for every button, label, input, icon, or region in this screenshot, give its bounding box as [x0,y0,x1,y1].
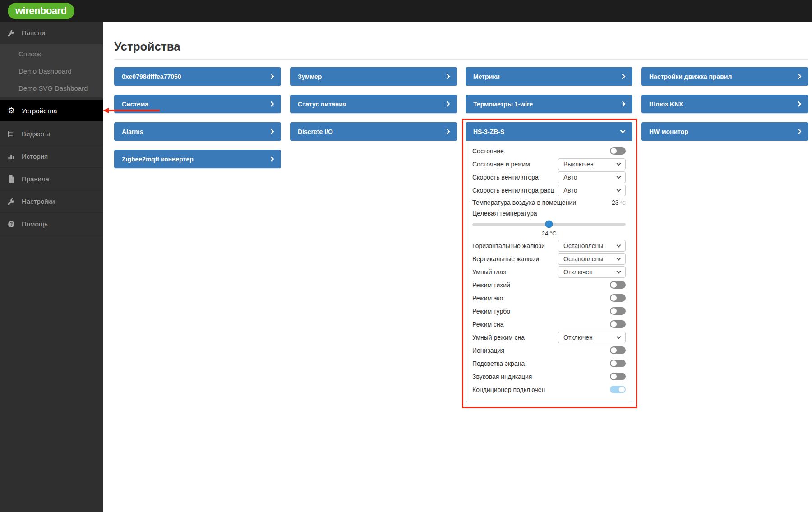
dropdown[interactable]: Авто [558,185,626,196]
device-button-buzzer[interactable]: Зуммер [290,67,457,86]
device-button-label: 0xe0798dfffea77050 [122,73,181,80]
dropdown-value: Остановлены [563,242,603,249]
control-label: Целевая температура [472,210,622,217]
device-button-rule-engine-settings[interactable]: Настройки движка правил [641,67,808,86]
sidebar-item-widgets[interactable]: Виджеты [0,123,103,145]
control-label: Скорость вентилятора расш [472,187,554,194]
sidebar-item-rules[interactable]: Правила [0,168,103,190]
toggle-switch[interactable] [610,373,626,380]
device-button-alarms[interactable]: Alarms [114,122,281,141]
toggle-switch[interactable] [610,360,626,367]
control-row: Состояние и режим Выключен [472,157,626,171]
sidebar-item-demo-dashboard[interactable]: Demo Dashboard [0,62,103,79]
device-button-system[interactable]: Система [114,95,281,113]
device-button-label: Discrete I/O [298,128,333,135]
control-row: Состояние [472,144,626,157]
toggle-switch[interactable] [610,281,626,289]
dropdown-value: Выключен [563,161,594,168]
device-button-hw-monitor[interactable]: HW монитор [641,122,808,141]
chevron-right-icon [620,74,626,79]
slider-handle[interactable] [545,221,553,228]
chevron-down-icon [617,161,621,166]
slider[interactable] [472,218,626,230]
control-label: Кондиционер подключен [472,386,606,393]
control-row: Режим эко [472,291,626,304]
sidebar-item-label: Настройки [22,198,55,205]
sidebar-item-label: Виджеты [22,130,50,138]
device-button-label: Система [122,101,148,108]
control-label: Состояние [472,148,606,155]
device-button-knx-gateway[interactable]: Шлюз KNX [641,95,808,113]
toggle-knob [611,282,617,288]
device-button-label: Зуммер [298,73,322,80]
slider-track[interactable] [472,223,626,226]
dropdown[interactable]: Остановлены [558,240,626,252]
device-name: HS-3-ZB-S [473,128,504,135]
control-row: Горизонтальные жалюзи Остановлены [472,239,626,252]
chevron-right-icon [796,101,802,107]
control-row: Режим турбо [472,304,626,318]
device-button-label: Настройки движка правил [649,73,732,80]
control-label: Звуковая индикация [472,373,606,380]
sidebar-item-history[interactable]: История [0,145,103,168]
chevron-right-icon [268,129,274,134]
chevron-down-icon [617,256,621,260]
sidebar-item-label: Устройства [22,107,57,115]
chevron-down-icon [620,128,626,134]
toggle-switch[interactable] [610,320,626,328]
device-button-zigbee2mqtt[interactable]: Zigbee2mqtt конвертер [114,150,281,168]
dropdown[interactable]: Выключен [558,158,626,170]
device-column-4: Настройки движка правил Шлюз KNX HW мони… [641,67,808,150]
chevron-right-icon [444,129,450,134]
dropdown-value: Отключен [563,268,593,276]
sidebar-item-list[interactable]: Список [0,45,103,62]
wrench-icon [7,29,16,37]
wirenboard-logo[interactable]: wirenboard [8,3,74,19]
dropdown[interactable]: Отключен [558,266,626,278]
toggle-switch[interactable] [610,294,626,302]
control-label: Скорость вентилятора [472,174,554,181]
dropdown[interactable]: Авто [558,171,626,183]
slider-value: 24 °C [472,230,626,239]
device-header-hs-3-zb-s[interactable]: HS-3-ZB-S [466,122,632,141]
device-button-metrics[interactable]: Метрики [466,67,632,86]
sidebar-item-label: История [22,152,48,160]
control-label: Состояние и режим [472,161,554,168]
toggle-switch[interactable] [610,307,626,315]
control-row: Режим сна [472,318,626,331]
widgets-icon [7,130,16,138]
dropdown[interactable]: Остановлены [558,253,626,265]
device-button-power-status[interactable]: Статус питания [290,95,457,113]
sidebar-item-panels[interactable]: Панели [0,22,103,44]
sidebar-item-demo-svg-dashboard[interactable]: Demo SVG Dashboard [0,79,103,97]
toggle-switch[interactable] [610,346,626,354]
dropdown-value: Авто [563,187,577,194]
sidebar-item-help[interactable]: ? Помощь [0,213,103,235]
file-icon [7,175,16,183]
chevron-down-icon [617,187,621,192]
gear-icon: ⚙ [7,106,16,115]
toggle-knob [611,308,617,314]
sidebar-item-devices[interactable]: ⚙ Устройства [0,100,103,121]
toggle-switch[interactable] [610,147,626,155]
divider [114,59,808,60]
device-column-2: Зуммер Статус питания Discrete I/O [290,67,457,150]
control-row: Режим тихий [472,278,626,291]
sidebar-subgroup: Список Demo Dashboard Demo SVG Dashboard [0,44,103,98]
device-button-label: HW монитор [649,128,688,135]
device-button-discrete-io[interactable]: Discrete I/O [290,122,457,141]
toggle-knob [611,347,617,353]
sidebar: Панели Список Demo Dashboard Demo SVG Da… [0,22,103,512]
arrow-head-icon [103,108,109,113]
svg-text:?: ? [10,221,13,226]
toggle-switch[interactable] [610,386,626,393]
dropdown[interactable]: Отключен [558,332,626,343]
control-row: Умный режим сна Отключен [472,331,626,344]
question-circle-icon: ? [7,221,16,228]
device-button-thermometers-1wire[interactable]: Термометры 1-wire [466,95,632,113]
chevron-right-icon [796,74,802,79]
dropdown-value: Остановлены [563,255,603,263]
chevron-right-icon [268,74,274,79]
sidebar-item-settings[interactable]: Настройки [0,190,103,213]
device-button-0xe0798dfffea77050[interactable]: 0xe0798dfffea77050 [114,67,281,86]
